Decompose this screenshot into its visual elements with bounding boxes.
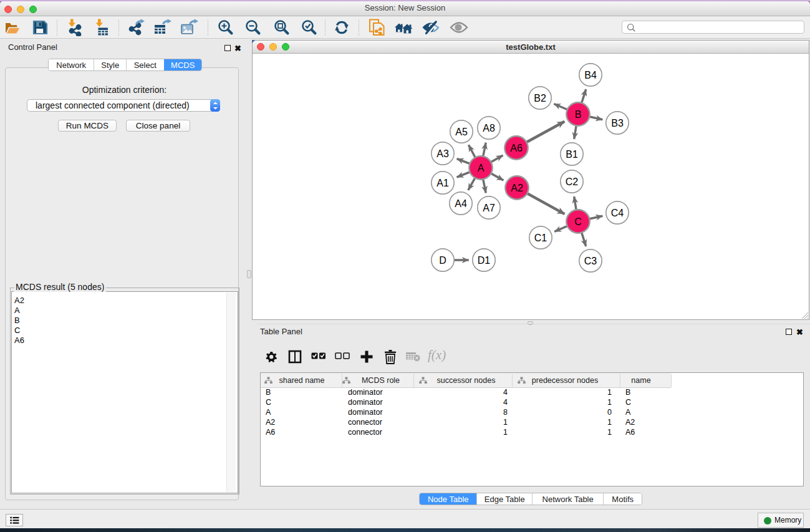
- svg-text:D1: D1: [478, 255, 491, 266]
- svg-text:A8: A8: [483, 123, 495, 133]
- svg-text:A3: A3: [436, 148, 449, 159]
- svg-text:A7: A7: [483, 203, 495, 213]
- svg-text:D: D: [439, 255, 446, 266]
- svg-text:B3: B3: [611, 118, 624, 128]
- svg-text:C: C: [574, 216, 582, 227]
- svg-text:C1: C1: [534, 233, 547, 243]
- svg-text:A4: A4: [455, 198, 467, 209]
- svg-text:A: A: [478, 163, 485, 173]
- svg-text:A1: A1: [436, 178, 449, 188]
- svg-text:C4: C4: [611, 208, 624, 218]
- svg-text:B4: B4: [584, 70, 597, 80]
- svg-text:A5: A5: [455, 127, 468, 137]
- svg-text:B2: B2: [534, 93, 546, 104]
- svg-text:C3: C3: [584, 256, 597, 266]
- svg-text:C2: C2: [566, 177, 579, 187]
- svg-text:B1: B1: [566, 149, 578, 160]
- svg-text:B: B: [575, 109, 582, 120]
- svg-text:A6: A6: [510, 143, 523, 153]
- svg-text:A2: A2: [511, 183, 523, 193]
